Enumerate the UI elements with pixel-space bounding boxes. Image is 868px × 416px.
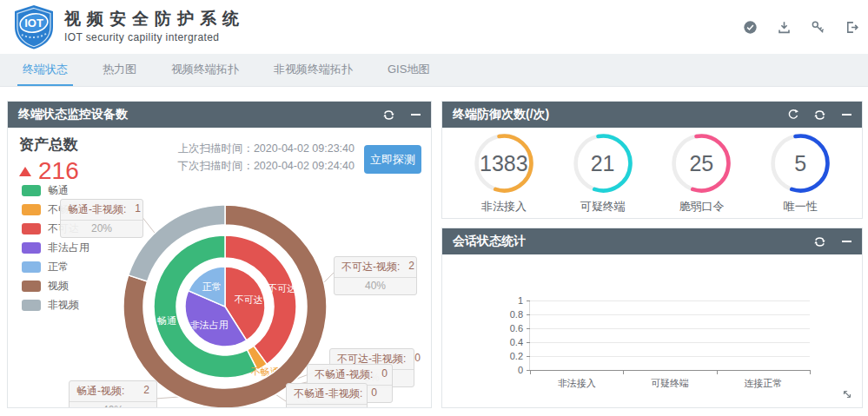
tab-video-topology[interactable]: 视频终端拓扑 xyxy=(166,54,244,86)
session-line-chart: 10.80.60.40.20非法接入可疑终端连接正常 xyxy=(529,300,810,370)
app-subtitle: IOT security capility intergrated xyxy=(64,31,245,43)
tab-nonvideo-topology[interactable]: 非视频终端拓扑 xyxy=(268,54,358,86)
download-icon[interactable] xyxy=(777,20,792,35)
svg-text:IOT: IOT xyxy=(24,17,43,30)
gridline xyxy=(530,328,810,329)
logout-icon[interactable] xyxy=(845,20,859,35)
gauge-脆弱口令: 25脆弱口令 xyxy=(659,131,743,215)
key-icon[interactable] xyxy=(811,20,825,35)
donut-segment-label: 畅通 xyxy=(157,315,176,326)
callout-connector-line xyxy=(156,397,179,399)
check-circle-icon[interactable] xyxy=(743,20,758,35)
donut-segment-label: 不可达 xyxy=(268,283,296,294)
y-tick-mark xyxy=(527,342,530,343)
resize-handle-icon[interactable] xyxy=(841,388,853,400)
gauge-label: 脆弱口令 xyxy=(659,199,743,215)
panel-header: 终端状态监控设备数 xyxy=(8,102,431,128)
gridline xyxy=(530,356,810,357)
gauge-value: 25 xyxy=(659,131,743,195)
tab-terminal-status[interactable]: 终端状态 xyxy=(17,54,73,86)
callout-connector-line xyxy=(275,394,286,401)
gauge-value: 5 xyxy=(759,131,842,195)
callout-smooth-nonvideo: 畅通-非视频1 20% xyxy=(60,199,143,238)
x-tick-mark xyxy=(530,370,531,374)
session-stats-body: 10.80.60.40.20非法接入可疑终端连接正常 xyxy=(442,254,862,407)
x-tick-mark xyxy=(717,370,718,374)
header-actions xyxy=(743,20,859,35)
gauge-value: 21 xyxy=(561,131,645,195)
y-tick-mark xyxy=(527,314,530,315)
sync-icon[interactable] xyxy=(382,109,395,122)
collapse-icon[interactable] xyxy=(409,109,422,122)
y-tick-mark xyxy=(527,328,530,329)
gridline xyxy=(530,300,810,301)
callout-blocked-nonvideo: 不畅通-非视频0 0% xyxy=(286,383,368,407)
gauge-可疑终端: 21可疑终端 xyxy=(561,131,645,215)
x-category-可疑终端: 可疑终端 xyxy=(651,377,689,390)
main-tabbar: 终端状态 热力图 视频终端拓扑 非视频终端拓扑 GIS地图 xyxy=(0,54,868,87)
y-tick-label: 0.4 xyxy=(510,337,523,347)
panel-tools xyxy=(382,109,422,122)
app-title: 视频安全防护系统 xyxy=(64,10,245,29)
app-header: IOT 视频安全防护系统 IOT security capility inter… xyxy=(0,0,868,54)
terminal-status-panel: 终端状态监控设备数 资产总数 216 上次扫描 xyxy=(7,101,432,408)
dashboard-root: IOT 视频安全防护系统 IOT security capility inter… xyxy=(0,0,868,416)
gauge-value: 1383 xyxy=(462,131,546,195)
gauge-label: 非法接入 xyxy=(462,199,546,215)
panel-header: 终端防御次数(/次) xyxy=(442,102,862,128)
donut-segment-label: 正常 xyxy=(202,281,222,292)
sync-icon[interactable] xyxy=(813,235,826,248)
panel-tools xyxy=(813,235,853,248)
y-tick-label: 0.6 xyxy=(510,323,523,333)
gauge-label: 唯一性 xyxy=(759,199,842,215)
terminal-status-body: 资产总数 216 上次扫描时间：2020-04-02 09:23:40 下次扫描… xyxy=(8,128,431,407)
x-tick-mark xyxy=(623,370,624,374)
y-tick-label: 0.2 xyxy=(510,351,523,361)
y-tick-mark xyxy=(527,300,530,301)
collapse-icon[interactable] xyxy=(840,235,853,248)
panel-header: 会话状态统计 xyxy=(442,228,862,254)
y-tick-mark xyxy=(527,356,530,357)
gauge-非法接入: 1383非法接入 xyxy=(462,131,546,215)
collapse-icon[interactable] xyxy=(840,109,853,122)
x-category-非法接入: 非法接入 xyxy=(558,377,596,390)
panel-title: 终端状态监控设备数 xyxy=(18,107,382,122)
gauge-label: 可疑终端 xyxy=(561,199,645,215)
brand-block: 视频安全防护系统 IOT security capility intergrat… xyxy=(64,10,245,43)
x-category-连接正常: 连接正常 xyxy=(744,377,782,390)
sync-icon[interactable] xyxy=(813,109,826,122)
session-stats-panel: 会话状态统计 10.80.60.40.20非法接入可疑终端连接正常 xyxy=(441,228,863,408)
callout-unreachable-video: 不可达-视频2 40% xyxy=(334,256,417,295)
callout-smooth-video: 畅通-视频2 40% xyxy=(69,380,157,407)
y-tick-label: 0.8 xyxy=(510,309,523,320)
defense-gauges: 1383非法接入21可疑终端25脆弱口令5唯一性 xyxy=(442,128,862,218)
gridline xyxy=(530,314,810,315)
donut-segment-label: 非法占用 xyxy=(190,320,229,330)
x-tick-mark xyxy=(810,370,811,374)
tab-heatmap[interactable]: 热力图 xyxy=(97,54,142,86)
panel-tools xyxy=(786,109,853,122)
defense-count-body: 1383非法接入21可疑终端25脆弱口令5唯一性 xyxy=(442,128,862,218)
donut-segment-label: 不可达 xyxy=(234,294,262,305)
iot-shield-logo: IOT xyxy=(10,3,57,50)
y-tick-label: 0 xyxy=(518,365,523,375)
defense-count-panel: 终端防御次数(/次) xyxy=(441,101,863,219)
refresh-icon[interactable] xyxy=(786,109,799,122)
gauge-唯一性: 5唯一性 xyxy=(759,131,842,215)
tab-gis-map[interactable]: GIS地图 xyxy=(382,54,434,86)
gridline xyxy=(530,342,810,343)
gridline xyxy=(530,370,810,371)
panel-title: 会话状态统计 xyxy=(453,234,813,249)
panel-title: 终端防御次数(/次) xyxy=(453,107,786,122)
y-tick-label: 1 xyxy=(518,295,523,306)
